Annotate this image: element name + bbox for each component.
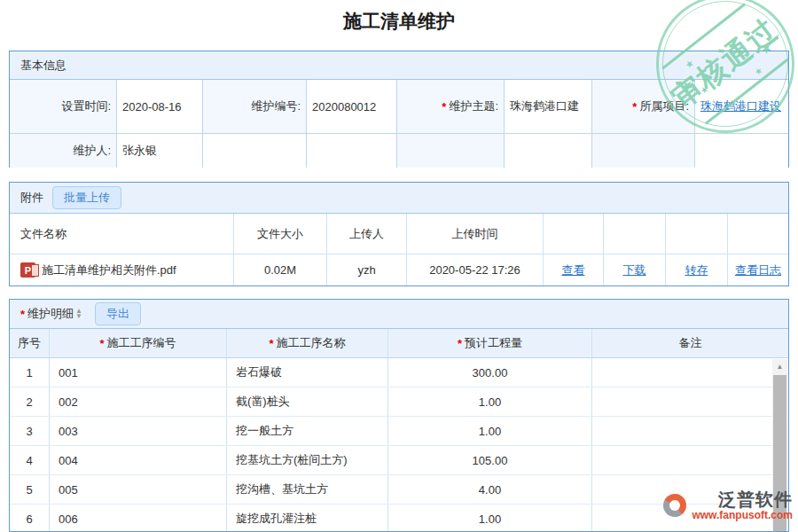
required-marker: *: [442, 100, 446, 113]
attachment-upload-time: 2020-05-22 17:26: [407, 254, 544, 286]
required-marker: *: [458, 337, 462, 350]
detail-code: 002: [50, 387, 227, 416]
label-text: 维护人:: [73, 143, 111, 159]
table-row: 3 003 挖一般土方 1.00: [10, 417, 788, 446]
value-text: 珠海鹤港口建: [510, 98, 579, 114]
col-file-name: 文件名称: [10, 214, 234, 254]
attachment-action-view: 查看: [544, 254, 604, 286]
field-label-project: *所属项目:: [592, 80, 695, 134]
required-marker: *: [20, 308, 25, 321]
empty-cell: [695, 134, 788, 168]
required-marker: *: [269, 337, 273, 350]
scrollbar-up-arrow-icon[interactable]: ▲: [772, 359, 787, 374]
detail-name: 挖基坑土方(桩间土方): [227, 446, 388, 474]
detail-name: 挖沟槽、基坑土方: [227, 475, 388, 504]
table-row: 2 002 截(凿)桩头 1.00: [10, 387, 788, 417]
transfer-link[interactable]: 转存: [685, 262, 708, 278]
detail-qty: 105.00: [388, 446, 592, 474]
required-marker: *: [99, 337, 104, 350]
detail-name: 岩石爆破: [227, 358, 388, 387]
basic-info-title: 基本信息: [20, 58, 66, 74]
table-row: 4 004 挖基坑土方(桩间土方) 105.00: [10, 446, 788, 475]
basic-info-panel: 基本信息 设置时间: 2020-08-16 维护编号: 2020080012 *…: [9, 51, 789, 168]
detail-qty: 300.00: [388, 358, 592, 387]
label-text: 所属项目:: [639, 98, 689, 114]
header-text: 施工工序编号: [107, 335, 176, 351]
table-row: 1 001 岩石爆破 300.00: [10, 358, 788, 387]
attachment-action-download: 下载: [604, 254, 666, 286]
export-button[interactable]: 导出: [95, 302, 141, 325]
sort-spinner-icon[interactable]: ▲ ▼: [75, 309, 82, 319]
detail-name: 截(凿)桩头: [227, 387, 388, 416]
col-process-code: *施工工序编号: [50, 329, 227, 357]
col-note: 备注: [592, 329, 788, 357]
label-text: 设置时间:: [61, 98, 111, 114]
attachments-title: 附件: [20, 190, 43, 206]
detail-qty: 1.00: [388, 387, 592, 416]
project-link[interactable]: 珠海鹤港口建设: [700, 98, 781, 114]
field-label-subject: *维护主题:: [397, 80, 505, 134]
detail-name: 挖一般土方: [227, 417, 388, 445]
empty-cell: [307, 134, 397, 168]
batch-upload-button[interactable]: 批量上传: [52, 186, 121, 209]
detail-seq: 5: [10, 475, 50, 504]
detail-code: 004: [50, 446, 227, 474]
watermark-text: 泛普软件 www.fanpusoft.com: [692, 489, 793, 521]
field-value-project: 珠海鹤港口建设: [695, 80, 788, 134]
empty-cell: [592, 134, 695, 168]
col-seq: 序号: [10, 329, 50, 357]
field-label-set-time: 设置时间:: [10, 80, 117, 134]
required-marker: *: [632, 100, 637, 113]
field-label-maintainer: 维护人:: [10, 134, 117, 168]
detail-qty: 1.00: [388, 505, 592, 532]
detail-note: [592, 446, 788, 474]
detail-qty: 1.00: [388, 417, 592, 445]
header-text: 预计工程量: [465, 335, 522, 351]
col-upload-time: 上传时间: [407, 214, 544, 254]
field-value-set-time: 2020-08-16: [117, 80, 203, 134]
label-text: 维护主题:: [449, 98, 498, 114]
col-action: [666, 214, 728, 254]
detail-qty: 4.00: [388, 475, 592, 504]
vendor-watermark: 泛普软件 www.fanpusoft.com: [663, 489, 793, 521]
col-uploader: 上传人: [327, 214, 407, 254]
attachment-uploader: yzh: [327, 254, 407, 286]
attachment-file-size: 0.02M: [234, 254, 327, 286]
label-text: 维护编号:: [251, 98, 301, 114]
download-link[interactable]: 下载: [623, 262, 646, 278]
detail-seq: 6: [10, 505, 50, 532]
attachments-panel: 附件 批量上传 文件名称 文件大小 上传人 上传时间 P 施工清单维护相关附件.…: [9, 182, 789, 286]
attachment-row: P 施工清单维护相关附件.pdf 0.02M yzh 2020-05-22 17…: [10, 254, 788, 286]
detail-code: 001: [50, 358, 227, 387]
value-text: 张永银: [122, 143, 157, 159]
fanpu-logo-icon: [663, 494, 686, 517]
field-label-maint-no: 维护编号:: [203, 80, 307, 134]
pdf-file-icon: P: [20, 262, 35, 278]
watermark-brand: 泛普软件: [718, 489, 793, 509]
col-process-name: *施工工序名称: [227, 329, 388, 357]
page-title: 施工清单维护: [0, 9, 798, 34]
details-title: 维护明细: [27, 306, 74, 322]
detail-name: 旋挖成孔灌注桩: [227, 505, 388, 532]
col-action: [544, 214, 604, 254]
detail-seq: 4: [10, 446, 50, 474]
col-action: [604, 214, 666, 254]
attachment-file: P 施工清单维护相关附件.pdf: [10, 254, 234, 286]
view-log-link[interactable]: 查看日志: [735, 262, 781, 278]
empty-cell: [397, 134, 505, 168]
detail-code: 005: [50, 475, 227, 504]
details-table-header: 序号 *施工工序编号 *施工工序名称 *预计工程量 备注: [10, 329, 788, 358]
sort-down-icon: ▼: [75, 314, 82, 319]
basic-info-grid: 设置时间: 2020-08-16 维护编号: 2020080012 *维护主题:…: [10, 80, 788, 168]
watermark-url: www.fanpusoft.com: [692, 509, 793, 521]
col-file-size: 文件大小: [234, 214, 327, 254]
detail-note: [592, 417, 788, 445]
view-link[interactable]: 查看: [562, 262, 585, 278]
detail-note: [592, 387, 788, 416]
value-text: 2020-08-16: [122, 100, 182, 113]
col-action: [728, 214, 788, 254]
detail-note: [592, 358, 788, 387]
attachment-action-log: 查看日志: [728, 254, 788, 286]
basic-info-header: 基本信息: [10, 51, 788, 80]
detail-seq: 3: [10, 417, 50, 445]
